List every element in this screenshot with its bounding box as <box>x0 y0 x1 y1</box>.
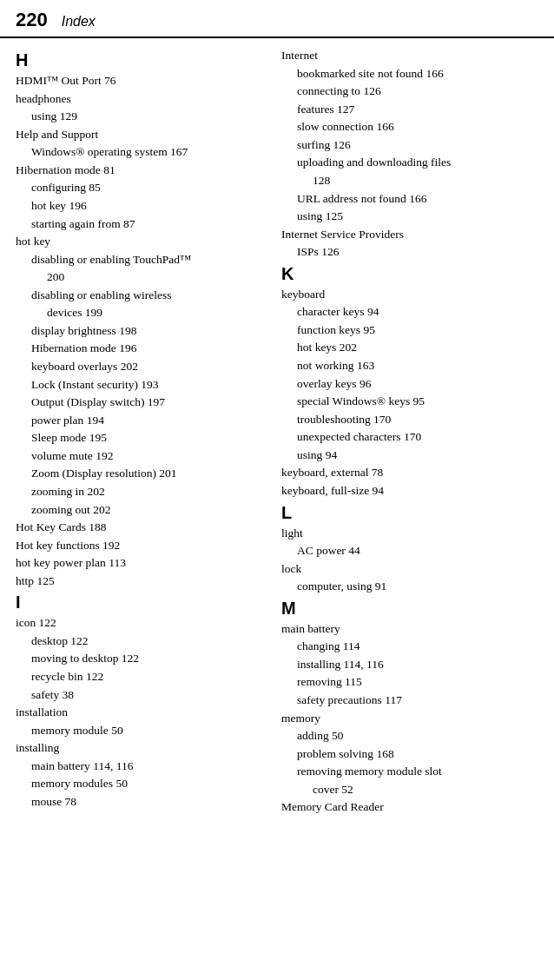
index-sub1: using 94 <box>281 447 538 464</box>
index-entry: Memory Card Reader <box>281 798 538 816</box>
index-entry: keyboard, external 78 <box>281 464 538 481</box>
right-column: Internetbookmarked site not found 166con… <box>281 47 538 817</box>
index-sub1: disabling or enabling TouchPad™ <box>16 251 273 268</box>
index-sub1: safety 38 <box>16 686 273 704</box>
page-title: Index <box>62 14 96 30</box>
index-sub1: power plan 194 <box>16 412 273 429</box>
index-sub1: function keys 95 <box>281 321 538 339</box>
index-entry: hot key <box>16 233 273 250</box>
index-sub1: Output (Display switch) 197 <box>16 394 273 411</box>
index-entry: headphones <box>16 90 273 108</box>
index-entry: installing <box>16 739 273 757</box>
index-sub1: URL address not found 166 <box>281 190 538 208</box>
index-entry: Internet Service Providers <box>281 226 538 243</box>
index-sub1: Hibernation mode 196 <box>16 340 273 357</box>
index-sub1: keyboard overlays 202 <box>16 358 273 375</box>
index-sub1: hot keys 202 <box>281 339 538 356</box>
index-sub1: character keys 94 <box>281 303 538 321</box>
index-sub2: cover 52 <box>281 781 538 798</box>
index-sub2: 128 <box>281 172 538 189</box>
index-sub1: removing memory module slot <box>281 763 538 780</box>
index-entry: icon 122 <box>16 614 273 632</box>
index-sub1: mouse 78 <box>16 793 273 811</box>
section-letter-l: L <box>281 503 538 523</box>
index-sub2: devices 199 <box>16 304 273 321</box>
index-sub1: safety precautions 117 <box>281 692 538 709</box>
index-entry: Help and Support <box>16 126 273 143</box>
index-sub1: desktop 122 <box>16 632 273 650</box>
index-sub1: overlay keys 96 <box>281 375 538 393</box>
index-sub1: changing 114 <box>281 638 538 655</box>
index-entry: installation <box>16 704 273 721</box>
index-sub1: moving to desktop 122 <box>16 650 273 667</box>
index-entry: Internet <box>281 47 538 64</box>
index-entry: light <box>281 525 538 542</box>
index-sub1: removing 115 <box>281 673 538 691</box>
section-letter-m: M <box>281 599 538 619</box>
index-sub1: zooming in 202 <box>16 483 273 500</box>
index-sub1: configuring 85 <box>16 179 273 196</box>
index-sub1: slow connection 166 <box>281 118 538 136</box>
index-sub1: features 127 <box>281 101 538 118</box>
index-entry: Hot Key Cards 188 <box>16 519 273 536</box>
index-sub1: Zoom (Display resolution) 201 <box>16 465 273 482</box>
index-sub1: memory module 50 <box>16 722 273 739</box>
index-entry: keyboard, full-size 94 <box>281 482 538 500</box>
index-sub1: ISPs 126 <box>281 243 538 261</box>
index-entry: lock <box>281 560 538 578</box>
index-sub1: zooming out 202 <box>16 501 273 519</box>
left-column: HHDMI™ Out Port 76headphonesusing 129Hel… <box>16 47 281 817</box>
section-letter-i: I <box>16 593 273 612</box>
page-header: 220 Index <box>0 0 554 38</box>
index-sub1: main battery 114, 116 <box>16 758 273 775</box>
index-sub1: recycle bin 122 <box>16 668 273 685</box>
index-sub1: troubleshooting 170 <box>281 411 538 428</box>
index-sub1: connecting to 126 <box>281 83 538 100</box>
index-sub1: surfing 126 <box>281 136 538 154</box>
index-sub1: bookmarked site not found 166 <box>281 65 538 83</box>
index-sub1: Lock (Instant security) 193 <box>16 376 273 394</box>
index-entry: Hot key functions 192 <box>16 537 273 554</box>
index-sub1: Sleep mode 195 <box>16 429 273 447</box>
index-sub1: problem solving 168 <box>281 745 538 763</box>
index-sub1: special Windows® keys 95 <box>281 393 538 410</box>
index-entry: memory <box>281 710 538 727</box>
index-sub1: computer, using 91 <box>281 578 538 595</box>
index-entry: http 125 <box>16 573 273 590</box>
section-letter-k: K <box>281 264 538 284</box>
index-sub1: using 125 <box>281 208 538 225</box>
index-entry: Hibernation mode 81 <box>16 162 273 179</box>
index-sub1: adding 50 <box>281 727 538 745</box>
index-sub1: hot key 196 <box>16 197 273 215</box>
index-sub1: memory modules 50 <box>16 775 273 792</box>
index-sub1: starting again from 87 <box>16 215 273 233</box>
index-entry: keyboard <box>281 286 538 303</box>
index-sub1: not working 163 <box>281 357 538 374</box>
index-sub1: uploading and downloading files <box>281 154 538 171</box>
index-sub1: disabling or enabling wireless <box>16 287 273 304</box>
index-sub1: using 129 <box>16 108 273 125</box>
index-sub2: 200 <box>16 268 273 286</box>
index-sub1: unexpected characters 170 <box>281 428 538 446</box>
index-sub1: volume mute 192 <box>16 447 273 465</box>
index-sub1: Windows® operating system 167 <box>16 143 273 161</box>
index-entry: main battery <box>281 620 538 638</box>
index-sub1: display brightness 198 <box>16 322 273 340</box>
index-sub1: installing 114, 116 <box>281 656 538 673</box>
index-entry: hot key power plan 113 <box>16 554 273 572</box>
index-sub1: AC power 44 <box>281 542 538 560</box>
section-letter-h: H <box>16 50 273 70</box>
page-number: 220 <box>16 9 48 31</box>
index-entry: HDMI™ Out Port 76 <box>16 72 273 89</box>
